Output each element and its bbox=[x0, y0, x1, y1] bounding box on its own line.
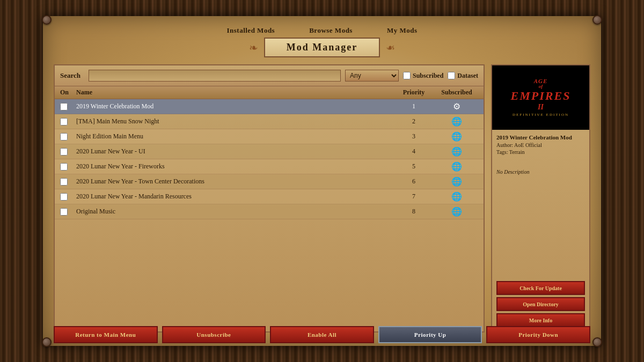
open-directory-button[interactable]: Open Directory bbox=[496, 297, 585, 311]
mod-name: 2020 Lunar New Year - UI bbox=[76, 147, 392, 156]
mod-name: 2020 Lunar New Year - Town Center Decora… bbox=[76, 178, 392, 186]
mod-list-item[interactable]: 2020 Lunar New Year - Fireworks 5 🌐 bbox=[55, 159, 484, 174]
subscribed-filter: Subscribed bbox=[403, 72, 443, 80]
mod-subscribed-icon: 🌐 bbox=[435, 161, 478, 172]
return-to-main-menu-button[interactable]: Return to Main Menu bbox=[54, 326, 158, 343]
logo-subtitle: DEFINITIVE EDITION bbox=[511, 113, 571, 117]
right-action-buttons: Check For Update Open Directory More Inf… bbox=[492, 277, 589, 331]
mod-priority: 4 bbox=[392, 147, 435, 156]
mod-details: 2019 Winter Celebration Mod Author: AoE … bbox=[492, 130, 589, 277]
mod-name: [TMA] Main Menu Snow Night bbox=[76, 117, 392, 125]
search-bar: Search Any Subscribed Dataset bbox=[55, 65, 484, 86]
mod-enable-checkbox[interactable] bbox=[60, 178, 68, 186]
mod-enable-checkbox[interactable] bbox=[60, 193, 68, 201]
filter-dropdown[interactable]: Any bbox=[345, 70, 399, 82]
mod-subscribed-icon: 🌐 bbox=[435, 191, 478, 202]
mod-priority: 7 bbox=[392, 193, 435, 201]
detail-mod-tags: Tags: Terrain bbox=[496, 149, 585, 155]
mod-enable-checkbox[interactable] bbox=[60, 133, 68, 141]
title-box: Mod Manager bbox=[264, 38, 380, 57]
subscribed-checkbox[interactable] bbox=[403, 72, 411, 79]
search-input[interactable] bbox=[89, 70, 341, 82]
mod-subscribed-icon: 🌐 bbox=[435, 176, 478, 187]
main-content: Search Any Subscribed Dataset On Name Pr… bbox=[54, 64, 590, 333]
mod-list-item[interactable]: 2019 Winter Celebration Mod 1 ⚙ bbox=[55, 99, 484, 114]
mod-list-item[interactable]: 2020 Lunar New Year - Town Center Decora… bbox=[55, 174, 484, 189]
mod-priority: 8 bbox=[392, 208, 435, 216]
col-name: Name bbox=[76, 88, 392, 97]
mod-name: 2020 Lunar New Year - Mandarin Resources bbox=[76, 193, 392, 201]
tab-my-mods[interactable]: My Mods bbox=[380, 24, 424, 37]
mod-list-item[interactable]: Original Music 8 🌐 bbox=[55, 204, 484, 219]
enable-all-button[interactable]: Enable All bbox=[270, 326, 374, 343]
mod-name: 2020 Lunar New Year - Fireworks bbox=[76, 162, 392, 171]
screw-top-left bbox=[42, 15, 52, 25]
mod-subscribed-icon: ⚙ bbox=[435, 101, 478, 112]
game-logo: AGE of EMPIRES II DEFINITIVE EDITION bbox=[492, 65, 589, 130]
mod-enable-checkbox[interactable] bbox=[60, 103, 68, 110]
top-navigation: Installed Mods Browse Mods My Mods bbox=[0, 24, 644, 37]
tab-installed-mods[interactable]: Installed Mods bbox=[220, 24, 281, 37]
priority-down-button[interactable]: Priority Down bbox=[486, 326, 590, 343]
mod-subscribed-icon: 🌐 bbox=[435, 116, 478, 127]
mod-enable-checkbox[interactable] bbox=[60, 118, 68, 125]
mod-list-item[interactable]: [TMA] Main Menu Snow Night 2 🌐 bbox=[55, 114, 484, 129]
mod-list-item[interactable]: 2020 Lunar New Year - UI 4 🌐 bbox=[55, 144, 484, 159]
check-update-button[interactable]: Check For Update bbox=[496, 281, 585, 295]
dataset-filter: Dataset bbox=[448, 72, 478, 80]
mod-name: 2019 Winter Celebration Mod bbox=[76, 102, 392, 110]
col-priority: Priority bbox=[392, 88, 435, 97]
mod-enable-checkbox[interactable] bbox=[60, 148, 68, 156]
search-label: Search bbox=[60, 71, 84, 80]
mod-list: 2019 Winter Celebration Mod 1 ⚙ [TMA] Ma… bbox=[55, 99, 484, 331]
unsubscribe-button[interactable]: Unsubscribe bbox=[162, 326, 266, 343]
mod-list-item[interactable]: Night Edition Main Menu 3 🌐 bbox=[55, 129, 484, 144]
mod-subscribed-icon: 🌐 bbox=[435, 146, 478, 157]
mod-list-item[interactable]: 2020 Lunar New Year - Mandarin Resources… bbox=[55, 189, 484, 204]
subscribed-label: Subscribed bbox=[413, 72, 443, 80]
detail-mod-description: No Description bbox=[496, 169, 585, 175]
col-on: On bbox=[60, 88, 76, 97]
mod-priority: 3 bbox=[392, 132, 435, 141]
title-area: Mod Manager bbox=[0, 38, 644, 57]
mod-priority: 5 bbox=[392, 162, 435, 171]
mod-list-panel: Search Any Subscribed Dataset On Name Pr… bbox=[54, 64, 485, 333]
dataset-label: Dataset bbox=[457, 72, 478, 80]
detail-mod-name: 2019 Winter Celebration Mod bbox=[496, 134, 585, 141]
mod-detail-panel: AGE of EMPIRES II DEFINITIVE EDITION 201… bbox=[491, 64, 590, 333]
mod-priority: 1 bbox=[392, 102, 435, 110]
detail-mod-author: Author: AoE Official bbox=[496, 142, 585, 148]
mod-enable-checkbox[interactable] bbox=[60, 208, 68, 216]
screw-bottom-left bbox=[42, 337, 52, 347]
priority-up-button[interactable]: Priority Up bbox=[378, 326, 482, 343]
mod-priority: 6 bbox=[392, 178, 435, 186]
more-info-button[interactable]: More Info bbox=[496, 313, 585, 327]
screw-bottom-right bbox=[592, 337, 602, 347]
mod-subscribed-icon: 🌐 bbox=[435, 131, 478, 142]
table-header: On Name Priority Subscribed bbox=[55, 86, 484, 99]
mod-priority: 2 bbox=[392, 117, 435, 125]
mod-enable-checkbox[interactable] bbox=[60, 163, 68, 171]
col-subscribed: Subscribed bbox=[435, 88, 478, 97]
page-title: Mod Manager bbox=[287, 42, 357, 53]
dataset-checkbox[interactable] bbox=[448, 72, 455, 79]
mod-name: Original Music bbox=[76, 208, 392, 216]
screw-top-right bbox=[592, 15, 602, 25]
tab-browse-mods[interactable]: Browse Mods bbox=[303, 24, 359, 37]
mod-subscribed-icon: 🌐 bbox=[435, 206, 478, 217]
mod-name: Night Edition Main Menu bbox=[76, 132, 392, 141]
bottom-action-bar: Return to Main Menu Unsubscribe Enable A… bbox=[54, 326, 590, 343]
